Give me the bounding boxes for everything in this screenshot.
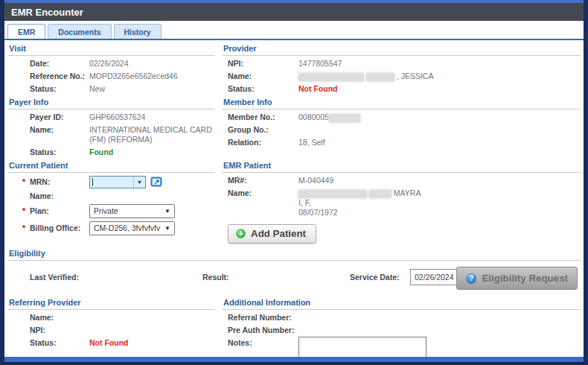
relation-label: Relation: (228, 138, 298, 147)
referral-number-row: Referral Number: (228, 313, 581, 323)
mrn-combobox[interactable]: ▼ (89, 176, 146, 188)
preauth-number-label: Pre Auth Number: (228, 326, 298, 335)
plan-selected-value: Private (94, 206, 162, 216)
npi-value: 1477805547 (298, 59, 342, 69)
referring-npi-label: NPI: (30, 326, 89, 335)
provider-name-value: , JESSICA (298, 72, 433, 81)
payer-info-header: Payer Info (7, 94, 214, 110)
plan-select[interactable]: Private ▼ (89, 204, 175, 218)
mr-number-row: MR#: M-040449 (228, 176, 581, 185)
referring-name-label: Name: (30, 313, 89, 323)
referring-status-row: Status: Not Found (30, 338, 214, 348)
mrn-label: *MRN: (30, 177, 89, 187)
visit-status-value: New (89, 84, 105, 94)
required-marker: * (22, 223, 25, 233)
current-patient-header: Current Patient (7, 157, 214, 173)
payer-id-value: GHP660537624 (89, 112, 145, 122)
member-no-row: Member No.: 0080005 (228, 112, 581, 122)
redacted-text (369, 190, 392, 198)
add-patient-button[interactable]: + Add Patient (228, 224, 316, 244)
referring-name-row: Name: (30, 313, 214, 323)
provider-status-row: Status: Not Found (228, 84, 581, 94)
referring-status-value: Not Found (89, 338, 128, 348)
patient-lookup-icon[interactable] (150, 177, 162, 188)
member-no-value: 0080005 (298, 112, 360, 122)
eligibility-header: Eligibility (7, 245, 581, 261)
tab-bar: EMR Documents History (4, 24, 584, 40)
required-marker: * (22, 177, 25, 187)
chevron-down-icon: ▼ (164, 206, 170, 216)
group-no-label: Group No.: (228, 125, 298, 135)
help-icon: ? (466, 273, 476, 284)
provider-status-label: Status: (228, 84, 298, 94)
provider-name-row: Name: , JESSICA (228, 72, 581, 81)
add-patient-label: Add Patient (251, 228, 306, 239)
tab-documents[interactable]: Documents (48, 24, 111, 39)
section-emr-patient: EMR Patient MR#: M-040449 Name: MAYRA I,… (222, 157, 581, 245)
member-info-header: Member Info (222, 94, 581, 110)
emr-name-label: Name: (228, 188, 298, 198)
payer-status-row: Status: Found (30, 147, 214, 157)
emr-name-row: Name: MAYRA I, F, 08/07/1972 (228, 188, 581, 218)
payer-name-label: Name: (30, 125, 89, 135)
reference-no-label: Reference No.: (30, 72, 89, 81)
visit-status-label: Status: (30, 84, 89, 94)
referral-number-label: Referral Number: (228, 313, 298, 323)
eligibility-request-button[interactable]: ? Eligibility Request (456, 267, 578, 290)
relation-row: Relation: 18, Self (228, 138, 581, 147)
section-additional-information: Additional Information Referral Number: … (222, 294, 581, 365)
current-name-label: Name: (30, 191, 89, 201)
mr-number-value: M-040449 (298, 176, 333, 185)
tab-history[interactable]: History (114, 24, 162, 39)
payer-name-value: INTERNATIONAL MEDICAL CARD (FM) (REFORMA… (89, 125, 214, 145)
payer-id-row: Payer ID: GHP660537624 (30, 112, 214, 122)
visit-status-row: Status: New (30, 84, 214, 94)
redacted-text (329, 114, 360, 122)
visit-header: Visit (7, 40, 214, 56)
result-label: Result: (202, 273, 229, 282)
service-date-label: Service Date: (350, 273, 400, 282)
referring-npi-row: NPI: (30, 326, 214, 335)
redacted-text (298, 73, 364, 81)
preauth-number-row: Pre Auth Number: (228, 326, 581, 335)
last-verified-label: Last Verified: (30, 273, 79, 282)
mr-number-label: MR#: (228, 176, 298, 185)
section-referring-provider: Referring Provider Name: NPI: Status: No… (7, 294, 214, 365)
visit-reference-row: Reference No.: MOPD3265e6562eced46 (30, 72, 214, 81)
tab-emr[interactable]: EMR (7, 24, 45, 39)
emr-encounter-window: EMR Encounter EMR Documents History Visi… (0, 0, 588, 365)
plan-row: *Plan: Private ▼ (30, 204, 214, 218)
visit-date-row: Date: 02/26/2024 (30, 59, 214, 69)
section-provider: Provider NPI: 1477805547 Name: , JESSICA… (222, 40, 581, 94)
eligibility-row: Last Verified: Result: Service Date: (7, 266, 581, 294)
window-title: EMR Encounter (4, 3, 584, 21)
date-label: Date: (30, 59, 89, 69)
additional-information-header: Additional Information (222, 294, 581, 310)
payer-status-label: Status: (30, 147, 89, 157)
billing-office-select[interactable]: CM-D256, 3fvfvfvfv 111- ▼ (89, 221, 175, 235)
section-member-info: Member Info Member No.: 0080005 Group No… (222, 94, 581, 157)
reference-no-value: MOPD3265e6562eced46 (89, 72, 178, 81)
combo-dropdown-icon[interactable]: ▼ (133, 177, 145, 188)
payer-id-label: Payer ID: (30, 112, 89, 122)
notes-label: Notes: (228, 338, 298, 348)
section-payer-info: Payer Info Payer ID: GHP660537624 Name: … (7, 94, 214, 157)
plus-icon: + (236, 229, 246, 238)
section-current-patient: Current Patient *MRN: ▼ (7, 157, 214, 245)
eligibility-request-label: Eligibility Request (482, 273, 568, 284)
provider-npi-row: NPI: 1477805547 (228, 59, 581, 69)
npi-label: NPI: (228, 59, 298, 69)
plan-label: *Plan: (30, 206, 89, 216)
date-value: 02/26/2024 (89, 59, 129, 69)
section-visit: Visit Date: 02/26/2024 Reference No.: MO… (7, 40, 214, 94)
billing-office-label: *Billing Office: (30, 223, 89, 233)
required-marker: * (22, 206, 25, 216)
emr-name-value: MAYRA I, F, 08/07/1972 (298, 188, 426, 218)
emr-patient-header: EMR Patient (222, 157, 581, 173)
provider-status-value: Not Found (298, 84, 337, 94)
mrn-row: *MRN: ▼ (30, 176, 214, 188)
service-date-input[interactable] (411, 270, 463, 285)
chevron-down-icon: ▼ (164, 223, 170, 233)
section-eligibility: Eligibility Last Verified: Result: Servi… (7, 245, 581, 294)
relation-value: 18, Self (298, 138, 325, 147)
